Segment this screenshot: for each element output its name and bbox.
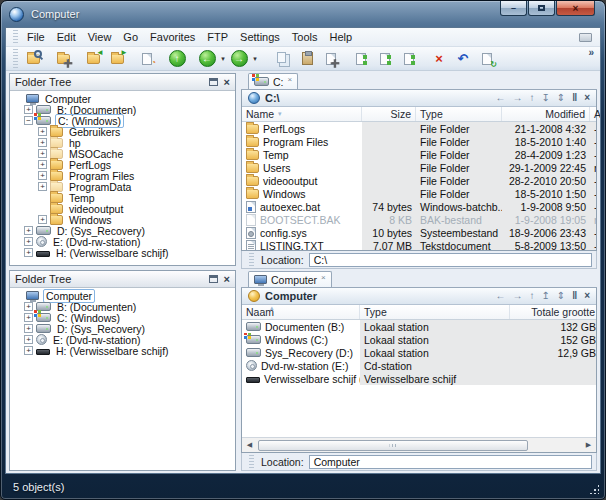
file-row[interactable]: Program FilesFile Folder18-5-2010 1:40--… — [242, 135, 596, 148]
delete-button[interactable]: × — [428, 49, 450, 69]
expander-icon[interactable]: + — [38, 182, 47, 191]
bottom-location-input[interactable]: Computer — [309, 455, 592, 469]
nav-forward-icon[interactable]: → — [512, 93, 522, 103]
nav-back-icon[interactable]: ← — [495, 291, 505, 301]
close-panel-icon[interactable]: × — [224, 77, 230, 88]
drive-row[interactable]: Verwisselbare schijf (H:)Verwisselbare s… — [242, 372, 596, 385]
expander-icon[interactable]: + — [24, 226, 33, 235]
drive-row[interactable]: Sys_Recovery (D:)Lokaal station12,9 GB — [242, 346, 596, 359]
column-name[interactable]: Name▾ — [242, 107, 362, 121]
toolbar-grip[interactable] — [13, 49, 18, 67]
menu-settings[interactable]: Settings — [234, 29, 286, 45]
tree-item[interactable]: +Windows — [12, 214, 235, 225]
tab-c-drive[interactable]: C: × — [248, 73, 298, 89]
forward-button[interactable]: → — [228, 49, 250, 69]
file-row[interactable]: videooutputFile Folder28-2-2010 20:50---… — [242, 174, 596, 187]
menu-edit[interactable]: Edit — [51, 29, 82, 45]
menu-help[interactable]: Help — [324, 29, 359, 45]
file-row[interactable]: BOOTSECT.BAK8 KBBAK-bestand1-9-2008 19:0… — [242, 213, 596, 226]
expander-icon[interactable]: + — [38, 171, 47, 180]
minimize-button[interactable]: – — [500, 1, 527, 16]
tree-item[interactable]: +B: (Documenten) — [12, 104, 235, 115]
tab-close-icon[interactable]: × — [321, 273, 326, 282]
resize-grip[interactable] — [589, 484, 599, 494]
menu-ftp[interactable]: FTP — [201, 29, 234, 45]
tree-item[interactable]: +D: (Sys_Recovery) — [12, 225, 235, 236]
menu-go[interactable]: Go — [117, 29, 144, 45]
sync-icon[interactable]: ⇕ — [557, 291, 565, 301]
nav-back-icon[interactable]: ← — [495, 93, 505, 103]
column-naam[interactable]: Naam▴ — [242, 305, 360, 319]
copy-button[interactable] — [272, 49, 294, 69]
forward-dropdown[interactable]: ▾ — [251, 55, 259, 63]
nav-forward-icon[interactable]: → — [512, 291, 522, 301]
tree-item[interactable]: Computer — [12, 93, 235, 104]
back-button[interactable]: ← — [196, 49, 218, 69]
tree-item[interactable]: +B: (Documenten) — [12, 301, 235, 312]
expander-icon[interactable]: + — [24, 248, 33, 257]
file-row[interactable]: autoexec.bat74 bytesWindows-batchb...1-9… — [242, 200, 596, 213]
previous-folder-button[interactable]: ◄ — [82, 49, 104, 69]
scrollbar-thumb[interactable] — [258, 440, 528, 451]
file-row[interactable]: TempFile Folder28-4-2009 1:23----- — [242, 148, 596, 161]
pause-icon[interactable]: ‖ — [572, 291, 577, 301]
expander-icon[interactable]: + — [24, 335, 33, 344]
drive-row[interactable]: Documenten (B:)Lokaal station132 GB — [242, 320, 596, 333]
tree-item[interactable]: +H: (Verwisselbare schijf) — [12, 345, 235, 356]
file-row[interactable]: UsersFile Folder29-1-2009 22:45r---- — [242, 161, 596, 174]
pause-icon[interactable]: ‖ — [572, 93, 577, 103]
tree-item[interactable]: +Program Files — [12, 170, 235, 181]
add-favorite-folder-button[interactable]: ➕ — [52, 49, 74, 69]
horizontal-scrollbar[interactable]: ◀ ▶ — [242, 437, 596, 452]
expander-icon[interactable]: + — [24, 302, 33, 311]
expander-icon[interactable]: + — [24, 324, 33, 333]
maximize-button[interactable] — [528, 1, 555, 16]
invert-selection-button[interactable] — [398, 49, 420, 69]
tree-item[interactable]: +H: (Verwisselbare schijf) — [12, 247, 235, 258]
nav-up-icon[interactable]: ↑ — [529, 291, 534, 301]
undo-button[interactable]: ↶ — [452, 49, 474, 69]
scroll-bottom-icon[interactable]: ↧ — [541, 93, 549, 103]
nav-up-icon[interactable]: ↑ — [529, 93, 534, 103]
expander-icon[interactable]: + — [24, 346, 33, 355]
tree-item[interactable]: −C: (Windows) — [12, 115, 235, 126]
titlebar[interactable]: Computer – × — [1, 1, 605, 27]
menubar-grip[interactable] — [13, 30, 18, 44]
location-grip[interactable] — [249, 253, 254, 267]
tree-item[interactable]: +ProgramData — [12, 181, 235, 192]
search-button[interactable] — [22, 49, 44, 69]
column-type[interactable]: Type — [416, 107, 502, 121]
scroll-right-arrow[interactable]: ▶ — [581, 438, 596, 452]
file-row[interactable]: LISTING.TXT7,07 MBTekstdocument5-8-2009 … — [242, 239, 596, 250]
up-button[interactable]: ↑ — [166, 49, 188, 69]
close-view-icon[interactable]: × — [584, 93, 590, 103]
expander-icon[interactable]: + — [38, 138, 47, 147]
tree-item[interactable]: +Gebruikers — [12, 126, 235, 137]
menu-view[interactable]: View — [82, 29, 118, 45]
expander-icon[interactable]: + — [24, 105, 33, 114]
select-all-button[interactable] — [350, 49, 372, 69]
menu-favorites[interactable]: Favorites — [144, 29, 201, 45]
layout-toggle-icon[interactable] — [579, 33, 592, 42]
refresh-button[interactable]: ↻ — [476, 49, 498, 69]
tree-item[interactable]: Temp — [12, 192, 235, 203]
expander-icon[interactable]: + — [38, 149, 47, 158]
recent-files-button[interactable]: ◔ — [136, 49, 158, 69]
scroll-left-arrow[interactable]: ◀ — [242, 438, 257, 452]
tree-item[interactable]: +MSOCache — [12, 148, 235, 159]
expander-icon[interactable]: + — [38, 127, 47, 136]
new-file-button[interactable]: ➕ — [320, 49, 342, 69]
expander-icon[interactable]: + — [38, 160, 47, 169]
tree-item[interactable]: +PerfLogs — [12, 159, 235, 170]
tree-item[interactable]: Computer — [12, 290, 235, 301]
scroll-top-icon[interactable]: ↥ — [541, 291, 549, 301]
top-location-input[interactable]: C:\ — [309, 253, 592, 267]
menu-tools[interactable]: Tools — [286, 29, 324, 45]
column-totale-grootte[interactable]: Totale grootte — [510, 305, 601, 319]
file-row[interactable]: WindowsFile Folder18-5-2010 1:50----- — [242, 187, 596, 200]
drive-row[interactable]: Dvd-rw-station (E:)Cd-station — [242, 359, 596, 372]
float-panel-icon[interactable] — [209, 78, 218, 86]
column-attr[interactable]: Attr — [590, 107, 601, 121]
sync-icon[interactable]: ⇕ — [557, 93, 565, 103]
close-panel-icon[interactable]: × — [224, 274, 230, 285]
